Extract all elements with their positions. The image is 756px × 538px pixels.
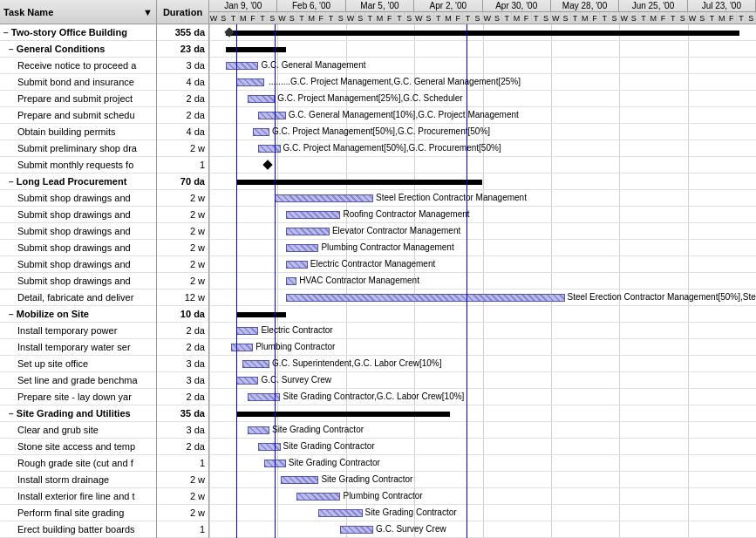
duration-text: 2 w: [190, 491, 205, 501]
gantt-bar[interactable]: [253, 128, 269, 136]
duration-text: 10 da: [180, 309, 205, 319]
gantt-bar[interactable]: [264, 460, 286, 467]
task-row[interactable]: Submit bond and insurance: [0, 74, 156, 91]
gantt-bar[interactable]: [226, 47, 286, 52]
gantt-bar[interactable]: [236, 312, 285, 317]
task-row[interactable]: Submit monthly requests fo: [0, 157, 156, 174]
task-name-header[interactable]: Task Name ▼: [0, 0, 157, 24]
task-row[interactable]: Submit shop drawings and: [0, 256, 156, 273]
gantt-bar[interactable]: [286, 228, 330, 235]
task-row[interactable]: Install temporary power: [0, 323, 156, 339]
task-row[interactable]: Install exterior fire line and t: [0, 488, 156, 505]
duration-row: 1: [157, 521, 208, 538]
task-row[interactable]: Prepare and submit schedu: [0, 107, 156, 124]
task-row[interactable]: Perform final site grading: [0, 505, 156, 521]
gantt-bar[interactable]: [231, 344, 253, 351]
gantt-bar[interactable]: [248, 95, 275, 103]
task-name-text: Site Grading and Utilities: [17, 408, 131, 419]
task-row[interactable]: Clear and grub site: [0, 422, 156, 439]
gantt-bar[interactable]: [226, 31, 739, 36]
duration-text: 3 da: [187, 60, 205, 71]
task-name-text: Set line and grade benchma: [17, 375, 138, 385]
task-row[interactable]: Set line and grade benchma: [0, 372, 156, 389]
duration-header: Duration: [157, 0, 209, 24]
gantt-bar[interactable]: [286, 244, 319, 252]
task-row[interactable]: Install storm drainage: [0, 472, 156, 488]
duration-row: 2 w: [157, 505, 208, 521]
bar-label: Site Grading Contractor: [365, 507, 457, 517]
gantt-bar[interactable]: [286, 277, 297, 285]
gantt-bar[interactable]: [226, 62, 259, 70]
gantt-bar[interactable]: [242, 360, 269, 368]
task-row[interactable]: −Long Lead Procurement: [0, 174, 156, 190]
gantt-bar[interactable]: [236, 377, 258, 385]
task-row[interactable]: −Site Grading and Utilities: [0, 405, 156, 422]
collapse-icon[interactable]: −: [9, 177, 14, 187]
gantt-bar[interactable]: [275, 194, 373, 202]
collapse-icon[interactable]: −: [3, 28, 9, 37]
task-row[interactable]: −Two-story Office Building: [0, 24, 156, 41]
duration-text: 2 da: [187, 110, 205, 120]
day-cell: F: [590, 12, 600, 24]
bar-label: Plumbing Contractor Management: [321, 242, 453, 252]
bar-label: G.C. Survey Crew: [261, 375, 331, 385]
task-row[interactable]: Submit preliminary shop dra: [0, 140, 156, 157]
task-name-text: Set up site office: [17, 358, 88, 369]
gantt-bar[interactable]: [236, 412, 450, 417]
day-cell: F: [658, 12, 668, 24]
task-name-text: Install temporary water ser: [17, 342, 131, 352]
gantt-bar[interactable]: [296, 493, 340, 501]
task-row[interactable]: Rough grade site (cut and f: [0, 455, 156, 472]
day-cell: M: [444, 12, 453, 24]
day-cell: T: [297, 12, 307, 24]
day-cell: W: [551, 12, 561, 24]
task-row[interactable]: Submit shop drawings and: [0, 190, 156, 207]
gantt-bar[interactable]: [258, 443, 280, 451]
gantt-bar[interactable]: [248, 426, 269, 434]
task-row[interactable]: Obtain building permits: [0, 124, 156, 140]
gantt-bar[interactable]: [340, 526, 373, 534]
gantt-bar[interactable]: [258, 112, 285, 119]
duration-text: 70 da: [180, 176, 205, 187]
bar-label: HVAC Contractor Management: [299, 276, 419, 285]
task-row[interactable]: Stone site access and temp: [0, 439, 156, 455]
task-row[interactable]: Submit shop drawings and: [0, 223, 156, 240]
task-row[interactable]: Submit shop drawings and: [0, 273, 156, 289]
task-row[interactable]: −Mobilize on Site: [0, 306, 156, 323]
gantt-bar[interactable]: [248, 393, 281, 401]
collapse-icon[interactable]: −: [9, 310, 14, 319]
task-row[interactable]: Set up site office: [0, 356, 156, 372]
task-name-text: Prepare and submit schedu: [17, 110, 135, 120]
gantt-bar[interactable]: [286, 211, 341, 219]
collapse-icon[interactable]: −: [9, 409, 14, 419]
task-row[interactable]: Submit shop drawings and: [0, 207, 156, 223]
collapse-icon[interactable]: −: [9, 44, 14, 54]
day-cell: S: [746, 12, 756, 24]
duration-text: 2 da: [187, 325, 205, 336]
gantt-bar[interactable]: [236, 180, 482, 185]
gantt-bar[interactable]: [286, 294, 565, 302]
task-row[interactable]: Erect building batter boards: [0, 521, 156, 538]
month-cell: Mar 5, '00: [346, 0, 414, 11]
duration-row: 2 w: [157, 140, 208, 157]
gantt-bar[interactable]: [258, 145, 280, 153]
gantt-bar[interactable]: [281, 476, 319, 484]
gantt-bar[interactable]: [286, 261, 308, 269]
gantt-bar[interactable]: [318, 509, 362, 517]
duration-text: 2 w: [190, 474, 205, 485]
task-row[interactable]: Detail, fabricate and deliver: [0, 289, 156, 306]
task-row[interactable]: Prepare and submit project: [0, 91, 156, 107]
month-cell: Apr 30, '00: [483, 0, 551, 11]
gantt-bar[interactable]: [236, 78, 263, 86]
duration-row: 2 w: [157, 273, 208, 289]
gantt-header: Jan 9, '00Feb 6, '00Mar 5, '00Apr 2, '00…: [209, 0, 756, 24]
gantt-bar[interactable]: [236, 327, 258, 335]
task-row[interactable]: −General Conditions: [0, 41, 156, 58]
day-cell: T: [434, 12, 444, 24]
duration-row: 2 da: [157, 91, 208, 107]
task-row[interactable]: Submit shop drawings and: [0, 240, 156, 256]
gantt-row: [209, 306, 756, 323]
task-row[interactable]: Install temporary water ser: [0, 339, 156, 356]
task-row[interactable]: Prepare site - lay down yar: [0, 389, 156, 405]
task-row[interactable]: Receive notice to proceed a: [0, 58, 156, 74]
